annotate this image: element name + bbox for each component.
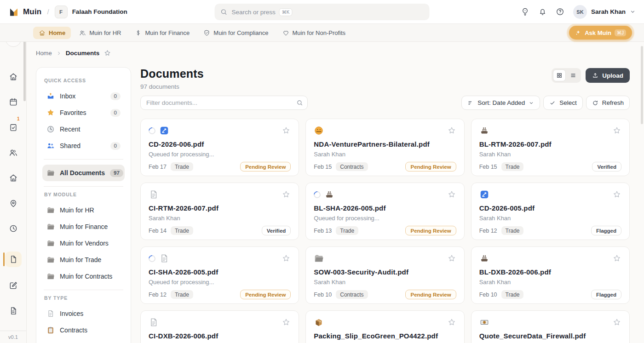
sidebar-divider <box>44 159 123 160</box>
rail-item-file[interactable] <box>5 252 22 267</box>
sidebar-item-muin-for-contracts[interactable]: Muin for Contracts <box>42 268 125 285</box>
sidebar-item-contracts[interactable]: Contracts <box>42 322 125 338</box>
card-top-row <box>314 125 456 136</box>
documents-count: 97 documents <box>140 83 630 90</box>
org-name[interactable]: Falaah Foundation <box>72 8 127 15</box>
sidebar-item-muin-for-hr[interactable]: Muin for HR <box>42 202 125 218</box>
rail-item-users[interactable] <box>5 145 22 160</box>
document-card[interactable]: CI-SHA-2026-005.pdfQueued for processing… <box>140 246 299 304</box>
sidebar-item-label: Shared <box>60 142 80 149</box>
tab-home[interactable]: Home <box>33 27 71 39</box>
home-icon <box>39 29 46 36</box>
document-card[interactable]: BL-RTM-2026-007.pdfSarah KhanFeb 15Trade… <box>471 119 630 176</box>
upload-icon <box>592 72 598 79</box>
grid-view-button[interactable] <box>553 69 566 81</box>
topbar-actions: SK Sarah Khan <box>521 5 636 19</box>
global-search-input[interactable]: Search or press ⌘K <box>215 4 430 20</box>
sidebar-item-muin-for-finance[interactable]: Muin for Finance <box>42 218 125 235</box>
sidebar-item-muin-for-trade[interactable]: Muin for Trade <box>42 252 125 268</box>
list-view-button[interactable] <box>567 69 580 81</box>
rail-item-home[interactable] <box>5 69 22 85</box>
user-menu[interactable]: SK Sarah Khan <box>573 5 636 19</box>
user-name: Sarah Khan <box>591 8 626 15</box>
favorite-star-toggle-icon[interactable] <box>447 190 456 199</box>
sidebar-item-invoices[interactable]: Invoices <box>42 305 125 322</box>
page-scrollbar[interactable] <box>641 46 643 124</box>
folder-icon <box>46 169 55 177</box>
page-icon <box>159 253 169 263</box>
rail-item-tasks[interactable]: 1 <box>5 120 22 135</box>
refresh-button[interactable]: Refresh <box>586 96 630 110</box>
status-badge: Pending Review <box>240 290 291 299</box>
module-tag-chip: Trade <box>501 226 524 235</box>
hr-people-icon <box>79 29 86 36</box>
sidebar-item-shared[interactable]: Shared0 <box>42 137 125 154</box>
sidebar-item-favorites[interactable]: Favorites0 <box>42 104 125 121</box>
help-icon[interactable] <box>556 7 564 16</box>
favorite-star-toggle-icon[interactable] <box>612 318 621 327</box>
favorite-star-toggle-icon[interactable] <box>612 254 621 263</box>
tab-muin-for-hr[interactable]: Muin for HR <box>74 27 126 39</box>
heart-icon <box>282 29 289 36</box>
filter-input[interactable] <box>140 96 308 110</box>
favorite-star-toggle-icon[interactable] <box>447 126 456 135</box>
sidebar-section-label: BY MODULE <box>44 192 125 197</box>
module-nav: HomeMuin for HRMuin for FinanceMuin for … <box>0 24 644 42</box>
document-date: Feb 15 <box>314 164 332 170</box>
tasks-icon <box>9 123 18 132</box>
rail-item-clock[interactable] <box>5 221 22 236</box>
search-icon <box>220 8 228 16</box>
recent-clock-icon <box>46 125 55 133</box>
document-card[interactable]: BL-SHA-2026-005.pdfQueued for processing… <box>305 183 464 240</box>
document-card[interactable]: Quote_SecureData_Firewall.pdf <box>471 310 630 343</box>
card-top-row <box>314 189 456 200</box>
rail-item-map-pin[interactable] <box>5 195 22 211</box>
document-date: Feb 15 <box>479 164 497 170</box>
package-icon <box>314 317 324 327</box>
idea-icon[interactable] <box>521 7 529 16</box>
notifications-icon[interactable] <box>538 7 547 16</box>
favorite-star-toggle-icon[interactable] <box>282 318 291 327</box>
sidebar-item-policies[interactable]: Policies <box>42 338 125 343</box>
org-avatar[interactable]: F <box>55 6 68 18</box>
upload-button[interactable]: Upload <box>586 68 630 83</box>
money-icon <box>479 317 489 327</box>
card-footer: Feb 13TradePending Review <box>314 226 456 235</box>
tab-muin-for-compliance[interactable]: Muin for Compliance <box>198 27 274 39</box>
favorite-star-toggle-icon[interactable] <box>447 254 456 263</box>
document-card[interactable]: SOW-003-Security-Audit.pdfSarah KhanFeb … <box>305 246 464 304</box>
ask-muin-label: Ask Muin <box>585 29 611 36</box>
document-card[interactable]: BL-DXB-2026-006.pdfSarah KhanFeb 10Trade… <box>471 246 630 304</box>
rail-item-file-text[interactable] <box>5 303 22 319</box>
document-card[interactable]: Packing_Slip_EcoGreen_PO4422.pdf <box>305 310 464 343</box>
favorite-page-star-icon[interactable] <box>104 49 111 57</box>
favorite-star-toggle-icon[interactable] <box>282 126 291 135</box>
favorite-star-toggle-icon[interactable] <box>447 318 456 327</box>
tab-muin-for-finance[interactable]: Muin for Finance <box>129 27 195 39</box>
favorite-star-toggle-icon[interactable] <box>612 190 621 199</box>
favorite-star-toggle-icon[interactable] <box>612 126 621 135</box>
sidebar-item-inbox[interactable]: Inbox0 <box>42 88 125 104</box>
ask-muin-button[interactable]: Ask Muin ⌘J <box>569 26 632 40</box>
sidebar-item-all-documents[interactable]: All Documents97 <box>42 165 125 181</box>
document-card[interactable]: CD-2026-005.pdfSarah KhanFeb 12TradeFlag… <box>471 183 630 240</box>
sidebar-item-muin-for-vendors[interactable]: Muin for Vendors <box>42 235 125 252</box>
tab-muin-for-non-profits[interactable]: Muin for Non-Profits <box>277 27 351 39</box>
rail-item-home[interactable] <box>5 170 22 186</box>
page-icon <box>46 309 55 318</box>
select-button[interactable]: Select <box>543 96 583 110</box>
favorite-star-toggle-icon[interactable] <box>282 254 291 263</box>
rail-item-calendar[interactable] <box>5 94 22 110</box>
refresh-icon <box>592 100 598 106</box>
sort-button[interactable]: Sort: Date Added <box>461 96 540 110</box>
breadcrumb-home-link[interactable]: Home <box>36 50 52 57</box>
processing-spinner-icon <box>147 126 157 135</box>
rail-item-edit[interactable] <box>5 278 22 293</box>
document-card[interactable]: CD-2026-006.pdfQueued for processing...F… <box>140 119 299 176</box>
favorite-star-toggle-icon[interactable] <box>282 190 291 199</box>
tab-label: Muin for Finance <box>145 29 190 36</box>
document-card[interactable]: NDA-VenturePartners-Bilateral.pdfSarah K… <box>305 119 464 176</box>
sidebar-item-recent[interactable]: Recent <box>42 121 125 137</box>
document-card[interactable]: CI-DXB-2026-006.pdf <box>140 310 299 343</box>
document-card[interactable]: CI-RTM-2026-007.pdfSarah KhanFeb 14Trade… <box>140 183 299 240</box>
